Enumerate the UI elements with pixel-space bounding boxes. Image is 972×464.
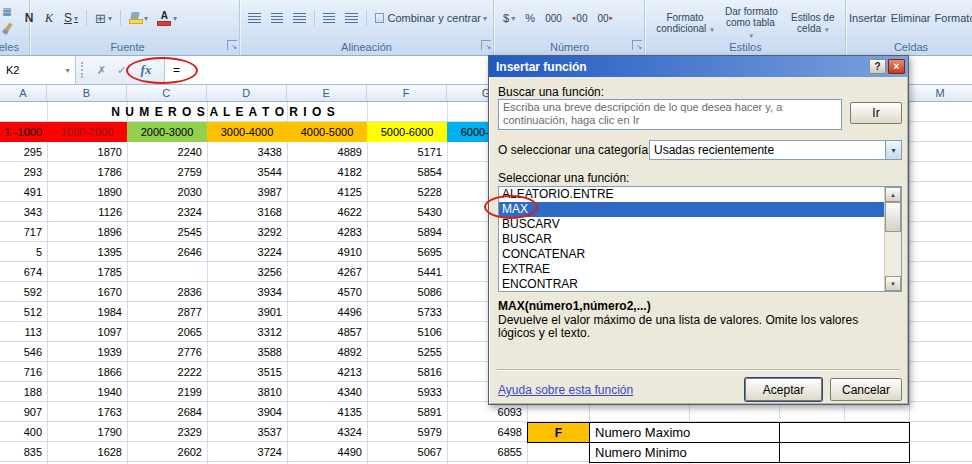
formula-bar-handle[interactable] <box>81 62 85 78</box>
cell[interactable]: 293 <box>0 162 47 182</box>
conditional-formatting-button[interactable]: Formato condicional <box>650 3 720 43</box>
name-box-dropdown-icon[interactable] <box>61 61 74 79</box>
cell[interactable]: 5816 <box>367 362 447 382</box>
cell[interactable]: 113 <box>0 322 47 342</box>
format-cells-button[interactable]: Formato <box>936 8 972 29</box>
confirm-entry-button[interactable] <box>112 59 131 81</box>
cell[interactable]: 3901 <box>207 302 287 322</box>
thousands-format-button[interactable]: 000 <box>541 8 566 29</box>
percent-format-button[interactable]: % <box>521 8 539 29</box>
cell[interactable]: 4910 <box>287 242 367 262</box>
decrease-indent-button[interactable] <box>319 8 340 29</box>
cell[interactable]: 3537 <box>207 422 287 442</box>
currency-format-button[interactable]: $ <box>499 8 519 29</box>
cell[interactable]: 3292 <box>207 222 287 242</box>
number-dialog-launcher[interactable] <box>632 40 642 50</box>
underline-button[interactable]: S <box>60 8 82 29</box>
column-header[interactable]: E <box>287 85 367 101</box>
function-list-scrollbar[interactable] <box>884 187 901 291</box>
cancel-button[interactable]: Cancelar <box>830 378 902 401</box>
format-painter-icon[interactable] <box>0 22 14 36</box>
range-header-cell[interactable]: 3000-4000 <box>207 122 287 142</box>
cell[interactable]: 1670 <box>47 282 127 302</box>
cell[interactable]: 3224 <box>207 242 287 262</box>
cell[interactable]: 343 <box>0 202 47 222</box>
cell[interactable]: 1940 <box>47 382 127 402</box>
help-link[interactable]: Ayuda sobre esta función <box>498 383 633 397</box>
bold-button[interactable]: N <box>20 8 38 29</box>
function-list-item[interactable]: ALEATORIO.ENTRE <box>499 187 884 202</box>
function-list-item[interactable]: ENCONTRAR <box>499 277 884 292</box>
dialog-help-button[interactable]: ? <box>869 59 886 74</box>
cell[interactable]: 5733 <box>367 302 447 322</box>
cell[interactable]: 2646 <box>127 242 207 262</box>
insert-cells-button[interactable]: Insertar <box>850 8 885 29</box>
alignment-dialog-launcher[interactable] <box>481 40 491 50</box>
fill-color-button[interactable] <box>125 8 152 29</box>
cell[interactable]: 5086 <box>367 282 447 302</box>
column-header[interactable]: F <box>367 85 447 101</box>
font-dialog-launcher[interactable] <box>227 40 237 50</box>
category-dropdown-arrow-icon[interactable] <box>885 141 901 159</box>
cell[interactable]: 2776 <box>127 342 207 362</box>
merge-center-button[interactable]: Combinar y centrar <box>371 8 491 29</box>
cell[interactable]: 188 <box>0 382 47 402</box>
scroll-down-icon[interactable] <box>885 276 901 291</box>
cell[interactable]: 6855 <box>447 442 527 462</box>
range-header-cell[interactable]: 4000-5000 <box>287 122 367 142</box>
align-right-button[interactable] <box>289 8 310 29</box>
cell[interactable]: 1896 <box>47 222 127 242</box>
cell[interactable]: 2545 <box>127 222 207 242</box>
function-list-item[interactable]: EXTRAE <box>499 262 884 277</box>
cell[interactable]: 5933 <box>367 382 447 402</box>
insert-function-button[interactable]: fx <box>134 59 158 81</box>
cell[interactable]: 6498 <box>447 422 527 442</box>
cell[interactable]: 2222 <box>127 362 207 382</box>
cell[interactable]: 4889 <box>287 142 367 162</box>
go-button[interactable]: Ir <box>850 102 902 124</box>
cell[interactable]: 512 <box>0 302 47 322</box>
column-header[interactable]: A <box>0 85 47 101</box>
cell[interactable]: 3168 <box>207 202 287 222</box>
cell[interactable]: 4892 <box>287 342 367 362</box>
cell[interactable]: 1763 <box>47 402 127 422</box>
column-header[interactable]: M <box>908 85 972 101</box>
cell[interactable]: 3810 <box>207 382 287 402</box>
column-header[interactable]: C <box>127 85 207 101</box>
cell[interactable]: 295 <box>0 142 47 162</box>
cell[interactable]: 2602 <box>127 442 207 462</box>
cell[interactable]: 5430 <box>367 202 447 222</box>
cell[interactable]: 4213 <box>287 362 367 382</box>
cell[interactable]: 4283 <box>287 222 367 242</box>
cell[interactable]: 3904 <box>207 402 287 422</box>
cell[interactable]: 1628 <box>47 442 127 462</box>
cell[interactable]: 3934 <box>207 282 287 302</box>
cell[interactable]: 5894 <box>367 222 447 242</box>
search-function-input[interactable]: Escriba una breve descripción de lo que … <box>498 99 842 130</box>
cell[interactable]: 3256 <box>207 262 287 282</box>
cell[interactable]: 717 <box>0 222 47 242</box>
cell[interactable]: 4496 <box>287 302 367 322</box>
cell[interactable]: 1785 <box>47 262 127 282</box>
numero-maximo-cell[interactable]: Numero Maximo <box>589 422 780 443</box>
cell[interactable]: 5979 <box>367 422 447 442</box>
cell-styles-button[interactable]: Estilos de celda <box>783 3 843 43</box>
paste-icon[interactable]: ▦ <box>0 4 14 18</box>
cell[interactable]: 2759 <box>127 162 207 182</box>
cell[interactable]: 4135 <box>287 402 367 422</box>
cell[interactable]: 2065 <box>127 322 207 342</box>
cell[interactable]: 1097 <box>47 322 127 342</box>
f-cell[interactable]: F <box>527 422 590 443</box>
cell[interactable]: 4570 <box>287 282 367 302</box>
align-left-button[interactable] <box>244 8 265 29</box>
cell[interactable]: 1939 <box>47 342 127 362</box>
cell[interactable]: 4324 <box>287 422 367 442</box>
borders-button[interactable] <box>91 8 116 29</box>
decrease-decimal-button[interactable]: 00 <box>593 8 617 29</box>
cell[interactable]: 5228 <box>367 182 447 202</box>
cell[interactable]: 6093 <box>447 402 527 422</box>
cell[interactable]: 2240 <box>127 142 207 162</box>
cell[interactable]: 1395 <box>47 242 127 262</box>
cell[interactable]: 5106 <box>367 322 447 342</box>
dialog-titlebar[interactable]: Insertar función ? × <box>489 56 908 77</box>
